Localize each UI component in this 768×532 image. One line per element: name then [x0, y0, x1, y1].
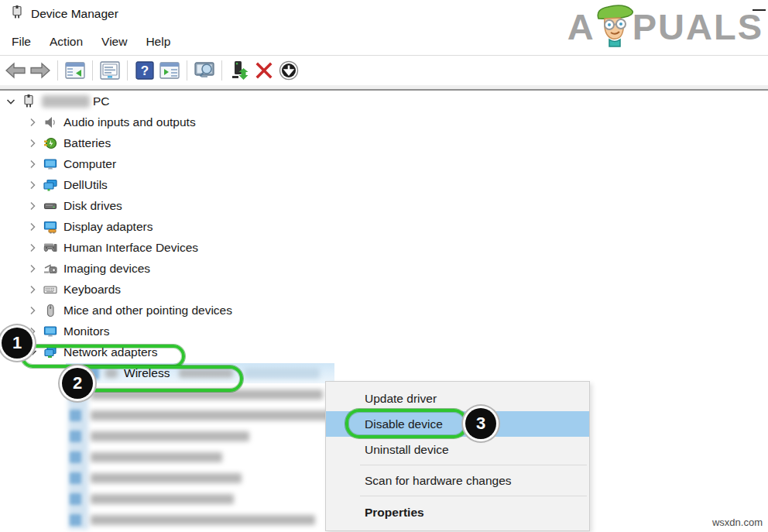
device-manager-icon [10, 5, 24, 22]
tree-item-label: Computer [63, 157, 116, 171]
chevron-right-icon[interactable] [26, 137, 39, 149]
action-pane-icon [159, 61, 180, 80]
update-driver-icon [229, 60, 249, 81]
forward-button[interactable] [28, 59, 53, 82]
tree-item-label: Display adapters [63, 220, 153, 234]
tree-item-label: Human Interface Devices [63, 241, 198, 255]
context-menu-item-update-driver[interactable]: Update driver [326, 386, 589, 411]
tree-item-audio[interactable]: Audio inputs and outputs [0, 112, 768, 132]
back-icon [5, 62, 26, 79]
console-tree-icon [65, 61, 85, 80]
chevron-right-icon[interactable] [26, 263, 39, 275]
chevron-right-icon[interactable] [26, 242, 39, 254]
help-button[interactable]: ? [132, 59, 157, 82]
forward-icon [30, 62, 50, 79]
tree-item-monitors[interactable]: Monitors [0, 321, 768, 342]
tree-item-disk-drives[interactable]: Disk drives [0, 195, 768, 216]
redacted-computer-name [42, 95, 90, 108]
toolbar-separator [92, 60, 93, 81]
context-menu-separator [360, 496, 587, 496]
tree-item-network-adapters[interactable]: Network adapters [0, 342, 768, 362]
toolbar-divider [0, 85, 768, 91]
chevron-down-icon[interactable] [5, 95, 17, 108]
toolbar-separator [187, 60, 187, 81]
disk-drive-icon [43, 199, 57, 213]
tree-item-label: Imaging devices [63, 262, 150, 276]
camera-icon [43, 262, 57, 276]
chevron-right-icon[interactable] [26, 116, 39, 129]
dual-monitor-icon [43, 178, 57, 192]
chevron-right-icon[interactable] [26, 221, 39, 233]
context-menu-item-properties[interactable]: Properties [326, 499, 589, 525]
tree-item-label: Mice and other pointing devices [63, 304, 232, 317]
redacted-adapter-icon [87, 367, 99, 379]
tree-item-batteries[interactable]: Batteries [0, 132, 768, 153]
help-icon: ? [135, 61, 154, 80]
toolbar-separator [127, 60, 128, 81]
tree-item-label: Keyboards [63, 283, 121, 297]
console-tree-button[interactable] [63, 59, 87, 82]
tree-item-dellutils[interactable]: DellUtils [0, 174, 768, 195]
uninstall-icon [255, 61, 273, 80]
window-title: Device Manager [31, 7, 118, 21]
context-menu-item-scan-hardware[interactable]: Scan for hardware changes [326, 468, 589, 493]
toolbar-separator [221, 60, 222, 81]
chevron-right-icon[interactable] [26, 304, 39, 317]
tree-item-label: Monitors [63, 324, 109, 338]
menu-action[interactable]: Action [40, 28, 92, 55]
context-menu-separator [360, 465, 587, 465]
menu-bar: File Action View Help [0, 28, 768, 56]
svg-text:?: ? [141, 63, 149, 78]
speaker-icon [43, 115, 57, 129]
monitor-icon [43, 157, 57, 171]
context-menu: Update driver Disable device Uninstall d… [325, 381, 590, 531]
back-button[interactable] [3, 59, 28, 82]
update-driver-button[interactable] [227, 59, 252, 82]
chevron-right-icon[interactable] [26, 179, 39, 191]
watermark: wsxdn.com [712, 517, 763, 528]
redacted-text [244, 368, 320, 379]
tree-item-label: Network adapters [63, 345, 157, 359]
scan-hardware-icon [194, 61, 215, 80]
chevron-right-icon[interactable] [26, 325, 39, 338]
chevron-down-icon[interactable] [26, 346, 39, 359]
chevron-right-icon[interactable] [26, 158, 39, 170]
disable-icon [279, 60, 299, 81]
selected-row-highlight[interactable]: Wireless [66, 363, 334, 383]
device-manager-window: Device Manager A PUALS File Action View … [0, 0, 768, 532]
menu-view[interactable]: View [92, 28, 136, 55]
tree-item-hid[interactable]: Human Interface Devices [0, 237, 768, 258]
properties-icon [100, 61, 120, 80]
menu-file[interactable]: File [2, 28, 40, 55]
tree-item-keyboards[interactable]: Keyboards [0, 279, 768, 300]
toolbar: ? [0, 56, 768, 85]
minimize-button[interactable] [753, 9, 766, 11]
chevron-right-icon[interactable] [26, 200, 39, 212]
properties-button[interactable] [98, 59, 122, 82]
network-adapter-icon [43, 345, 57, 359]
disable-device-button[interactable] [276, 59, 301, 82]
uninstall-button[interactable] [252, 59, 276, 82]
scan-hardware-button[interactable] [192, 59, 217, 82]
tree-item-imaging[interactable]: Imaging devices [0, 258, 768, 279]
redacted-text [105, 369, 118, 378]
display-adapter-icon [43, 220, 57, 234]
tree-root-pc[interactable]: PC [0, 91, 768, 112]
tree-item-label: Audio inputs and outputs [63, 115, 196, 129]
battery-icon [43, 136, 57, 150]
action-pane-button[interactable] [157, 59, 182, 82]
keyboard-icon [43, 283, 57, 297]
tree-root-label: PC [93, 94, 110, 108]
context-menu-item-disable-device[interactable]: Disable device [326, 411, 589, 437]
menu-help[interactable]: Help [136, 28, 180, 55]
tree-item-label: Disk drives [63, 199, 122, 213]
title-bar: Device Manager [0, 0, 768, 28]
tree-item-computer[interactable]: Computer [0, 153, 768, 174]
context-menu-item-uninstall-device[interactable]: Uninstall device [326, 437, 589, 462]
tree-item-mice[interactable]: Mice and other pointing devices [0, 300, 768, 321]
tree-item-label: Batteries [63, 136, 111, 150]
computer-tower-icon [22, 94, 36, 108]
monitor-icon [43, 324, 57, 338]
chevron-right-icon[interactable] [26, 283, 39, 296]
tree-item-display-adapters[interactable]: Display adapters [0, 216, 768, 237]
